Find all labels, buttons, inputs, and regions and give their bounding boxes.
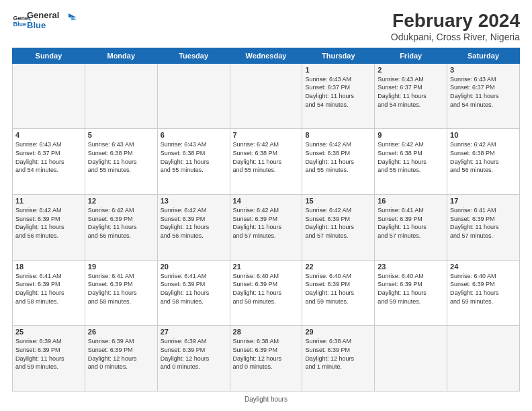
table-row: 22Sunrise: 6:40 AM Sunset: 6:39 PM Dayli… — [302, 260, 375, 326]
day-info: Sunrise: 6:39 AM Sunset: 6:39 PM Dayligh… — [15, 337, 82, 371]
day-info: Sunrise: 6:43 AM Sunset: 6:37 PM Dayligh… — [378, 75, 444, 109]
table-row: 3Sunrise: 6:43 AM Sunset: 6:37 PM Daylig… — [447, 63, 520, 129]
footer-daylight: Daylight hours — [12, 396, 520, 403]
calendar-week-row: 18Sunrise: 6:41 AM Sunset: 6:39 PM Dayli… — [13, 260, 520, 326]
day-number: 11 — [15, 197, 82, 205]
col-wednesday: Wednesday — [230, 48, 302, 63]
col-thursday: Thursday — [302, 48, 375, 63]
table-row: 28Sunrise: 6:38 AM Sunset: 6:39 PM Dayli… — [230, 326, 302, 392]
day-info: Sunrise: 6:41 AM Sunset: 6:39 PM Dayligh… — [15, 272, 82, 306]
day-info: Sunrise: 6:42 AM Sunset: 6:38 PM Dayligh… — [233, 140, 300, 174]
day-number: 13 — [161, 197, 227, 205]
calendar-subtitle: Odukpani, Cross River, Nigeria — [391, 32, 520, 42]
svg-marker-4 — [69, 13, 77, 17]
day-number: 21 — [233, 263, 300, 271]
day-number: 3 — [450, 66, 517, 74]
calendar-week-row: 11Sunrise: 6:42 AM Sunset: 6:39 PM Dayli… — [13, 195, 520, 261]
day-number: 27 — [161, 328, 227, 336]
table-row: 29Sunrise: 6:38 AM Sunset: 6:39 PM Dayli… — [302, 326, 375, 392]
day-number: 15 — [305, 197, 371, 205]
table-row: 21Sunrise: 6:40 AM Sunset: 6:39 PM Dayli… — [230, 260, 302, 326]
day-number: 17 — [450, 197, 517, 205]
day-info: Sunrise: 6:41 AM Sunset: 6:39 PM Dayligh… — [88, 272, 154, 306]
table-row: 4Sunrise: 6:43 AM Sunset: 6:37 PM Daylig… — [13, 129, 85, 195]
day-info: Sunrise: 6:43 AM Sunset: 6:37 PM Dayligh… — [15, 140, 82, 174]
table-row: 9Sunrise: 6:42 AM Sunset: 6:38 PM Daylig… — [375, 129, 447, 195]
col-friday: Friday — [375, 48, 447, 63]
col-monday: Monday — [85, 48, 157, 63]
day-number: 14 — [233, 197, 300, 205]
day-number: 20 — [161, 263, 227, 271]
day-number: 8 — [305, 131, 371, 139]
day-info: Sunrise: 6:42 AM Sunset: 6:39 PM Dayligh… — [161, 206, 227, 240]
day-info: Sunrise: 6:40 AM Sunset: 6:39 PM Dayligh… — [233, 272, 300, 306]
day-info: Sunrise: 6:38 AM Sunset: 6:39 PM Dayligh… — [233, 337, 300, 371]
table-row — [85, 63, 157, 129]
day-info: Sunrise: 6:42 AM Sunset: 6:39 PM Dayligh… — [305, 206, 371, 240]
svg-text:Blue: Blue — [13, 21, 26, 28]
day-number: 23 — [378, 263, 444, 271]
calendar-week-row: 1Sunrise: 6:43 AM Sunset: 6:37 PM Daylig… — [13, 63, 520, 129]
table-row: 14Sunrise: 6:42 AM Sunset: 6:39 PM Dayli… — [230, 195, 302, 261]
day-number: 7 — [233, 131, 300, 139]
table-row: 27Sunrise: 6:39 AM Sunset: 6:39 PM Dayli… — [157, 326, 230, 392]
table-row: 2Sunrise: 6:43 AM Sunset: 6:37 PM Daylig… — [375, 63, 447, 129]
logo: General Blue General Blue — [12, 11, 77, 31]
day-info: Sunrise: 6:42 AM Sunset: 6:39 PM Dayligh… — [233, 206, 300, 240]
calendar-week-row: 4Sunrise: 6:43 AM Sunset: 6:37 PM Daylig… — [13, 129, 520, 195]
table-row — [13, 63, 85, 129]
day-info: Sunrise: 6:39 AM Sunset: 6:39 PM Dayligh… — [88, 337, 154, 371]
day-number: 28 — [233, 328, 300, 336]
day-info: Sunrise: 6:43 AM Sunset: 6:38 PM Dayligh… — [88, 140, 154, 174]
table-row: 25Sunrise: 6:39 AM Sunset: 6:39 PM Dayli… — [13, 326, 85, 392]
table-row: 11Sunrise: 6:42 AM Sunset: 6:39 PM Dayli… — [13, 195, 85, 261]
day-number: 5 — [88, 131, 154, 139]
table-row: 16Sunrise: 6:41 AM Sunset: 6:39 PM Dayli… — [375, 195, 447, 261]
day-info: Sunrise: 6:43 AM Sunset: 6:37 PM Dayligh… — [450, 75, 517, 109]
table-row — [230, 63, 302, 129]
table-row — [375, 326, 447, 392]
day-info: Sunrise: 6:42 AM Sunset: 6:39 PM Dayligh… — [15, 206, 82, 240]
table-row: 8Sunrise: 6:42 AM Sunset: 6:38 PM Daylig… — [302, 129, 375, 195]
day-number: 12 — [88, 197, 154, 205]
col-tuesday: Tuesday — [157, 48, 230, 63]
table-row: 20Sunrise: 6:41 AM Sunset: 6:39 PM Dayli… — [157, 260, 230, 326]
table-row: 17Sunrise: 6:41 AM Sunset: 6:39 PM Dayli… — [447, 195, 520, 261]
day-number: 9 — [378, 131, 444, 139]
calendar-week-row: 25Sunrise: 6:39 AM Sunset: 6:39 PM Dayli… — [13, 326, 520, 392]
day-number: 6 — [161, 131, 227, 139]
logo-bird-icon — [62, 11, 77, 26]
day-number: 25 — [15, 328, 82, 336]
day-info: Sunrise: 6:42 AM Sunset: 6:39 PM Dayligh… — [88, 206, 154, 240]
day-number: 24 — [450, 263, 517, 271]
day-info: Sunrise: 6:41 AM Sunset: 6:39 PM Dayligh… — [161, 272, 227, 306]
day-info: Sunrise: 6:40 AM Sunset: 6:39 PM Dayligh… — [378, 272, 444, 306]
day-info: Sunrise: 6:40 AM Sunset: 6:39 PM Dayligh… — [450, 272, 517, 306]
logo-text-blue: Blue — [27, 21, 59, 31]
table-row: 24Sunrise: 6:40 AM Sunset: 6:39 PM Dayli… — [447, 260, 520, 326]
table-row: 15Sunrise: 6:42 AM Sunset: 6:39 PM Dayli… — [302, 195, 375, 261]
day-number: 4 — [15, 131, 82, 139]
day-info: Sunrise: 6:42 AM Sunset: 6:38 PM Dayligh… — [305, 140, 371, 174]
day-number: 22 — [305, 263, 371, 271]
table-row: 1Sunrise: 6:43 AM Sunset: 6:37 PM Daylig… — [302, 63, 375, 129]
day-info: Sunrise: 6:41 AM Sunset: 6:39 PM Dayligh… — [378, 206, 444, 240]
table-row: 19Sunrise: 6:41 AM Sunset: 6:39 PM Dayli… — [85, 260, 157, 326]
table-row: 7Sunrise: 6:42 AM Sunset: 6:38 PM Daylig… — [230, 129, 302, 195]
table-row: 6Sunrise: 6:43 AM Sunset: 6:38 PM Daylig… — [157, 129, 230, 195]
calendar-header-row: Sunday Monday Tuesday Wednesday Thursday… — [13, 48, 520, 63]
table-row: 26Sunrise: 6:39 AM Sunset: 6:39 PM Dayli… — [85, 326, 157, 392]
table-row — [447, 326, 520, 392]
calendar-title: February 2024 — [391, 11, 520, 32]
day-number: 2 — [378, 66, 444, 74]
title-block: February 2024 Odukpani, Cross River, Nig… — [391, 11, 520, 42]
table-row: 23Sunrise: 6:40 AM Sunset: 6:39 PM Dayli… — [375, 260, 447, 326]
table-row: 5Sunrise: 6:43 AM Sunset: 6:38 PM Daylig… — [85, 129, 157, 195]
table-row — [157, 63, 230, 129]
day-info: Sunrise: 6:43 AM Sunset: 6:37 PM Dayligh… — [305, 75, 371, 109]
table-row: 13Sunrise: 6:42 AM Sunset: 6:39 PM Dayli… — [157, 195, 230, 261]
col-sunday: Sunday — [13, 48, 85, 63]
logo-text-general: General — [27, 11, 59, 21]
header: General Blue General Blue February 2024 … — [12, 11, 520, 42]
day-number: 1 — [305, 66, 371, 74]
